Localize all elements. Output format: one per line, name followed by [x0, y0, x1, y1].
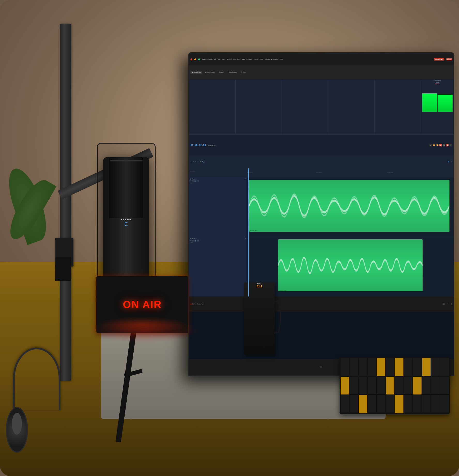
edit-tool-slip[interactable]: ⌁	[198, 161, 199, 162]
key-1-6	[386, 358, 394, 376]
transport-record[interactable]: ⏺	[446, 144, 449, 146]
view-btn-3[interactable]: ▽	[451, 161, 452, 162]
timeline-name-text: Timeline 1	[208, 144, 215, 146]
menu-fusion[interactable]: Fusion	[254, 58, 258, 60]
transport-stop[interactable]: ■	[443, 144, 445, 146]
track-btn-mute-a1[interactable]: S	[192, 180, 194, 182]
bottom-icon-cut[interactable]: ✂	[447, 303, 448, 305]
timecode-display: 01:00:12:08	[190, 144, 206, 146]
key-2-11	[431, 377, 440, 395]
ruler-track-header-space: 00:00:00:00	[189, 168, 247, 177]
edit-tool-trim[interactable]: ✂	[195, 161, 196, 162]
key-2-3	[359, 377, 367, 395]
track-btn-record-a2[interactable]: R	[197, 240, 199, 242]
menu-edit[interactable]: Edit	[218, 58, 220, 60]
mic-led-dots	[103, 218, 149, 221]
level-meter-1	[196, 81, 228, 113]
track-name-a1: Audio 1	[192, 178, 197, 180]
tab-media-pool[interactable]: ▦ Media Pool	[190, 71, 202, 74]
transport-stepforward[interactable]: ⏩	[436, 144, 439, 146]
monitor: DaVinci Resolve File Edit Trim Timeline …	[188, 52, 454, 376]
menu-trim[interactable]: Trim	[222, 58, 225, 60]
menu-help[interactable]: Help	[280, 58, 283, 60]
key-3-1	[341, 395, 349, 413]
tab-index[interactable]: ≡ Index	[217, 71, 225, 73]
mic-grille-lines	[110, 158, 142, 217]
menu-color[interactable]: Color	[260, 58, 263, 60]
track-clips-count-a1: 1 Clip	[190, 182, 246, 184]
track-btn-mute-a2[interactable]: S	[192, 240, 194, 242]
transport-rewind[interactable]: ⏮	[429, 144, 432, 146]
tab-adr-label: ADR	[243, 71, 246, 73]
key-row-1	[341, 358, 449, 376]
menu-playback[interactable]: Playback	[247, 58, 252, 60]
transport-stepback[interactable]: ⏪	[433, 144, 435, 146]
menu-timeline[interactable]: Timeline	[226, 58, 232, 60]
key-2-4	[368, 377, 376, 395]
transport-play[interactable]: ▶	[439, 144, 442, 146]
key-2-6	[386, 377, 394, 395]
edit-tool-snap[interactable]: 🔧	[202, 161, 204, 162]
mixer-channel-1	[189, 80, 236, 134]
menu-clip[interactable]: Clip	[233, 58, 235, 60]
menu-file[interactable]: File	[214, 58, 216, 60]
headphone-band	[13, 347, 61, 410]
track-btn-solo-a2[interactable]: M	[194, 240, 196, 242]
headphone-cup-left	[6, 407, 28, 453]
key-1-7	[395, 358, 403, 376]
key-1-2	[350, 358, 358, 376]
headphones	[0, 347, 73, 462]
mic-led-5	[128, 219, 129, 220]
mic-led-3	[125, 219, 126, 220]
track-btn-record-a1[interactable]: R	[197, 180, 199, 182]
menu-view[interactable]: View	[242, 58, 245, 60]
track-btn-solo-a1[interactable]: M	[194, 180, 196, 182]
track-id-row: A1 Audio 1 1.0	[190, 178, 246, 180]
clip-label-a1: Recording #0:04s	[250, 230, 257, 231]
key-3-7	[395, 395, 403, 413]
edit-tool-arrow[interactable]: ↖	[193, 161, 194, 162]
key-2-8	[404, 377, 412, 395]
bottom-icon-settings[interactable]: ⚙	[450, 303, 452, 305]
menu-workspace[interactable]: Workspace	[271, 58, 278, 60]
project-status-badge: Edited	[446, 58, 452, 60]
scene-container: DaVinci Resolve File Edit Trim Timeline …	[0, 0, 459, 476]
bottom-icon-monitor[interactable]: ⬛	[442, 303, 445, 305]
keyboard	[340, 357, 450, 414]
key-3-3	[359, 395, 367, 413]
sound-library-icon: ♪	[228, 71, 228, 73]
tab-sound-library[interactable]: ♪ Sound Library	[226, 71, 239, 73]
tp-value: TP -15.7	[422, 83, 453, 84]
view-btn-1[interactable]: ▦	[448, 161, 449, 162]
key-2-5	[377, 377, 385, 395]
track-controls-a2: 0.0 S M R	[190, 240, 246, 242]
audio-clip-a2[interactable]: Recording c0c-0s	[278, 239, 423, 292]
mixer-channel-5	[375, 80, 421, 134]
track-controls-a1: 0.0 S M R	[190, 180, 246, 182]
key-1-8	[404, 358, 412, 376]
key-1-1	[341, 358, 349, 376]
plant-decoration	[9, 167, 55, 262]
view-btn-2[interactable]: ≡	[450, 161, 450, 162]
edit-toolbar: ◆ ↖ ✂ ⌷ ⌁ ⛓ 🔧 ▦ ≡ ▽	[189, 156, 454, 168]
davinci-menubar: DaVinci Resolve File Edit Trim Timeline …	[189, 53, 454, 65]
ruler-timecode-label: 00:00:00:00	[189, 170, 196, 172]
menu-fairlight[interactable]: Fairlight	[265, 58, 270, 60]
menu-davinci[interactable]: DaVinci Resolve	[202, 58, 212, 60]
timeline-dropdown-icon[interactable]: ▼	[215, 144, 216, 146]
edit-tool-razor[interactable]: ⌷	[197, 161, 198, 162]
grille-line-5	[110, 161, 142, 161]
key-3-6	[386, 395, 394, 413]
level-meter-5	[382, 81, 414, 113]
track-clips-count-a2: 2 Clips	[190, 242, 246, 243]
audio-clip-a1[interactable]: Recording #0:04s	[249, 180, 449, 232]
key-row-3	[341, 395, 449, 413]
tab-sound-label: Sound Library	[229, 71, 237, 73]
tab-effects-library[interactable]: ✦ Effects Library	[203, 71, 216, 74]
edit-tool-link[interactable]: ⛓	[200, 161, 201, 162]
key-1-10	[422, 358, 431, 376]
on-air-glow	[96, 316, 188, 333]
transport-loop[interactable]: ⟳	[449, 144, 452, 146]
menu-mark[interactable]: Mark	[237, 58, 240, 60]
tab-adr[interactable]: 🎙 ADR	[240, 71, 248, 73]
